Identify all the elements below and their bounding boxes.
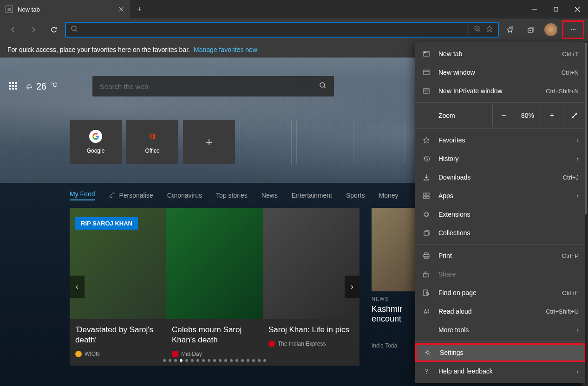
side-card-source: India Toda (372, 342, 418, 349)
svg-point-17 (573, 29, 574, 30)
carousel-next-button[interactable]: › (345, 276, 359, 298)
temperature-value: 26 (36, 81, 46, 92)
downloads-icon (422, 173, 431, 182)
tile-office[interactable]: Office (126, 120, 178, 164)
menu-new-window[interactable]: New window Ctrl+N (415, 63, 585, 82)
feed-tab-entertainment[interactable]: Entertainment (292, 192, 332, 199)
menu-settings[interactable]: Settings (415, 343, 585, 362)
browser-tab[interactable]: ▦ New tab (0, 0, 130, 19)
menu-apps[interactable]: Apps › (415, 187, 585, 205)
tile-label: Google (87, 148, 105, 154)
profile-avatar[interactable] (544, 23, 557, 36)
feed-tab-myfeed[interactable]: My Feed (70, 190, 95, 200)
web-search-box[interactable] (92, 76, 334, 96)
menu-extensions[interactable]: Extensions (415, 205, 585, 224)
inprivate-icon (422, 86, 431, 96)
card-image (263, 208, 359, 319)
tile-empty[interactable] (240, 120, 292, 164)
feed-tab-news[interactable]: News (261, 192, 278, 199)
card-title: Saroj Khan: Life in pics (263, 319, 359, 341)
feed-tab-sports[interactable]: Sports (346, 192, 365, 199)
feed-tab-topstories[interactable]: Top stories (216, 192, 248, 199)
favorites-icon (422, 135, 431, 145)
carousel: ‹ › RIP SAROJ KHAN 'Devastated by Saroj'… (70, 208, 359, 366)
close-tab-icon[interactable] (118, 6, 124, 13)
search-icon (71, 25, 78, 34)
maximize-button[interactable] (545, 0, 567, 19)
menu-favorites[interactable]: Favorites › (415, 131, 585, 149)
favorite-star-icon[interactable] (486, 25, 493, 34)
more-menu-button[interactable] (562, 20, 584, 39)
svg-line-23 (324, 87, 326, 88)
tile-add[interactable]: + (183, 120, 235, 164)
zoom-out-button[interactable]: − (492, 104, 515, 127)
close-window-button[interactable] (567, 0, 588, 19)
svg-rect-37 (424, 232, 428, 236)
menu-downloads[interactable]: Downloads Ctrl+J (415, 168, 585, 187)
menu-zoom-row: Zoom − 80% + (415, 104, 585, 127)
menu-collections[interactable]: Collections (415, 224, 585, 242)
tile-empty[interactable] (353, 120, 405, 164)
collections-icon (422, 228, 431, 238)
apps-icon (422, 191, 431, 200)
zoom-indicator-icon[interactable] (474, 25, 481, 34)
refresh-button[interactable] (45, 20, 63, 39)
svg-rect-33 (424, 193, 426, 195)
feed-tab-money[interactable]: Money (379, 192, 398, 199)
menu-more-tools[interactable]: More tools › (415, 321, 585, 339)
feed-tab-personalise[interactable]: Personalise (109, 192, 153, 199)
window-controls (524, 0, 588, 19)
svg-rect-27 (424, 70, 429, 75)
favbar-message: For quick access, place your favorites h… (7, 46, 190, 53)
chevron-right-icon: › (576, 155, 579, 162)
svg-rect-42 (424, 290, 428, 296)
chevron-right-icon: › (576, 326, 579, 334)
menu-inprivate[interactable]: New InPrivate window Ctrl+Shift+N (415, 82, 585, 100)
side-news-card[interactable]: NEWS Kashmirencount India Toda (372, 208, 418, 366)
back-button[interactable] (4, 20, 22, 39)
web-search-input[interactable] (100, 83, 319, 90)
read-aloud-icon (422, 307, 431, 316)
fullscreen-button[interactable] (563, 104, 585, 127)
feed-tab-coronavirus[interactable]: Coronavirus (167, 192, 202, 199)
card-badge: RIP SAROJ KHAN (75, 217, 138, 230)
menu-read-aloud[interactable]: Read aloud Ctrl+Shift+U (415, 302, 585, 321)
office-icon (146, 130, 159, 143)
new-tab-button[interactable]: + (130, 0, 149, 19)
minimize-button[interactable] (524, 0, 545, 19)
settings-icon (423, 348, 432, 357)
forward-button[interactable] (24, 20, 43, 39)
address-input[interactable] (83, 26, 466, 33)
apps-launcher-icon[interactable] (9, 82, 18, 90)
news-card[interactable]: Celebs mourn Saroj Khan's death Mid-Day (166, 208, 263, 366)
help-icon (422, 367, 431, 376)
extensions-icon (422, 210, 431, 219)
svg-rect-26 (424, 52, 425, 53)
address-bar[interactable] (65, 22, 499, 38)
svg-rect-34 (427, 193, 429, 195)
manage-favorites-link[interactable]: Manage favorites now (194, 46, 257, 53)
menu-history[interactable]: History › (415, 149, 585, 168)
card-source: The Indian Express (263, 341, 359, 347)
tile-google[interactable]: Google (70, 120, 122, 164)
chevron-right-icon: › (576, 367, 579, 375)
history-icon (422, 154, 431, 163)
search-icon[interactable] (319, 82, 327, 91)
weather-widget[interactable]: 26°C (25, 81, 57, 92)
carousel-pagination (163, 359, 266, 362)
menu-help[interactable]: Help and feedback › (415, 362, 585, 380)
zoom-in-button[interactable]: + (541, 104, 563, 127)
menu-print[interactable]: Print Ctrl+P (415, 246, 585, 265)
collections-icon[interactable] (521, 20, 540, 39)
share-icon (422, 270, 431, 279)
find-icon (422, 288, 431, 297)
print-icon (422, 251, 431, 260)
carousel-prev-button[interactable]: ‹ (70, 276, 85, 298)
favorites-list-icon[interactable] (501, 20, 519, 39)
menu-new-tab[interactable]: New tab Ctrl+T (415, 45, 585, 63)
svg-point-45 (427, 352, 429, 354)
zoom-value: 80% (515, 112, 541, 119)
tile-empty[interactable] (296, 120, 348, 164)
toolbar (0, 19, 588, 41)
menu-find[interactable]: Find on page Ctrl+F (415, 283, 585, 302)
